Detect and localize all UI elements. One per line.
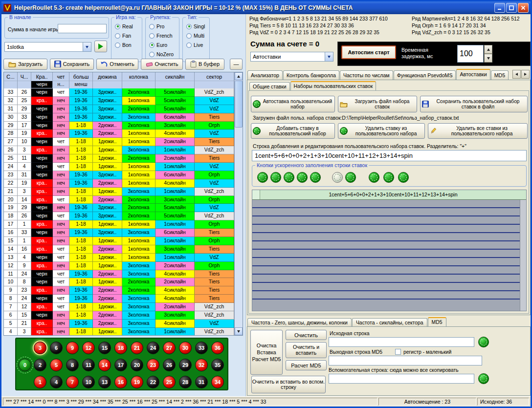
load-button[interactable]: Загрузить <box>3 59 47 70</box>
undo-button[interactable]: Отменить <box>96 59 138 70</box>
chip-button-2[interactable] <box>270 172 281 183</box>
roulette-option-euro[interactable]: Euro <box>149 42 179 48</box>
autobets-tab[interactable]: Автоставки <box>456 69 490 80</box>
chip-button-r1[interactable] <box>369 172 379 183</box>
close-button[interactable] <box>518 3 529 13</box>
board-number-12[interactable]: 12 <box>82 342 95 354</box>
chip-button-1[interactable] <box>257 172 268 183</box>
bet-string-input[interactable] <box>252 150 527 161</box>
list-row[interactable] <box>252 283 526 291</box>
board-number-29[interactable]: 29 <box>179 359 192 371</box>
column-header-0[interactable]: С... <box>4 72 18 88</box>
list-row[interactable] <box>252 241 526 250</box>
table-row[interactable]: 2331черннеч19-363дюжи..1колонка6сиклайнO… <box>4 171 243 179</box>
start-sum-input[interactable] <box>58 24 107 33</box>
board-number-15[interactable]: 15 <box>98 342 111 354</box>
column-header-7[interactable]: сиклайн <box>155 72 195 88</box>
board-number-8[interactable]: 8 <box>66 359 79 371</box>
output-string-input[interactable] <box>329 356 482 365</box>
board-number-14[interactable]: 14 <box>98 359 111 371</box>
to-buffer-button[interactable]: В буфер <box>185 59 224 70</box>
table-row[interactable]: 2511черннеч1-181дюжи..2колонка2сиклайнTi… <box>4 154 243 163</box>
table-row[interactable]: 213кра..неч1-181дюжи..3колонка1сиклайнVd… <box>4 188 243 196</box>
board-number-0[interactable]: 0 <box>19 359 31 371</box>
board-number-17[interactable]: 17 <box>114 359 127 371</box>
helper-string-input[interactable] <box>329 374 474 384</box>
table-row[interactable]: 3033черннеч19-363дюжи..3колонка6сиклайнT… <box>4 113 243 122</box>
table-row[interactable]: 615черннеч1-182дюжи..3колонка3сиклайнVdZ… <box>4 311 243 320</box>
list-row[interactable] <box>252 225 526 233</box>
board-number-18[interactable]: 18 <box>114 342 127 354</box>
type-option-multi[interactable]: Multi <box>186 32 209 39</box>
table-row[interactable]: 712кра..чет1-181дюжи..3колонка2сиклайнVd… <box>4 303 243 311</box>
chip-button-r2[interactable] <box>383 172 394 183</box>
scroll-down-icon[interactable] <box>235 327 243 335</box>
column-header-2[interactable]: Кра..черн <box>31 72 53 88</box>
column-header-6[interactable]: колонка <box>122 72 155 88</box>
user-bet-sets-subtab[interactable]: Наборы пользовательских ставок <box>290 81 377 90</box>
clear-and-paste-button[interactable]: Очистить и вставить <box>286 342 327 358</box>
board-number-20[interactable]: 20 <box>131 359 143 371</box>
add-bet-button[interactable]: Добавить ставку в пользовательский набор <box>251 123 335 139</box>
board-number-5[interactable]: 5 <box>50 359 63 371</box>
board-number-34[interactable]: 34 <box>211 376 224 388</box>
roulette-option-french[interactable]: French <box>149 32 179 39</box>
lowercase-checkbox[interactable] <box>395 349 401 355</box>
table-row[interactable]: 43кра..неч1-181дюжи..3колонка1сиклайнVdZ… <box>4 328 243 336</box>
table-row[interactable]: 3326чернчет19-363дюжи..2колонка5сиклайнV… <box>4 88 243 97</box>
table-row[interactable]: 3225кра..неч19-363дюжи..1колонка5сиклайн… <box>4 97 243 105</box>
roulette-option-pro[interactable]: Pro <box>149 23 179 30</box>
table-row[interactable]: 108чернчет1-181дюжи..2колонка2сиклайнTie… <box>4 278 243 286</box>
spinner-up-icon[interactable] <box>484 45 492 54</box>
paste-helper-button[interactable] <box>478 373 489 384</box>
tab-scroll-left-button[interactable] <box>512 70 521 79</box>
roulette-option-nozero[interactable]: NoZero <box>149 51 179 58</box>
list-row[interactable] <box>252 275 526 283</box>
type-option-live[interactable]: Live <box>186 42 209 48</box>
psevdoms-tab[interactable]: Функционал PsevdoMS <box>394 70 456 80</box>
table-row[interactable]: 2917черннеч1-182дюжи..2колонка3сиклайнOr… <box>4 122 243 130</box>
chip-button-r3[interactable] <box>398 172 409 183</box>
board-number-28[interactable]: 28 <box>179 376 192 388</box>
maximize-button[interactable] <box>506 3 517 13</box>
table-row[interactable]: 244чернчет1-181дюжи..1колонка1сиклайнVdZ <box>4 163 243 171</box>
number-frequencies-tab[interactable]: Частоты по числам <box>340 70 393 80</box>
spinner-down-icon[interactable] <box>484 54 492 63</box>
table-row[interactable]: 2219кра..неч19-362дюжи..1колонка4сиклайн… <box>4 179 243 188</box>
chevron-down-icon[interactable] <box>325 52 333 61</box>
save-set-file-button[interactable]: Сохранить пользовательский набор ставок … <box>420 96 528 112</box>
board-number-35[interactable]: 35 <box>211 359 224 371</box>
load-set-file-button[interactable]: Загрузить файл набора ставок <box>338 96 417 112</box>
clear-button[interactable]: Очистить <box>141 59 183 70</box>
board-number-4[interactable]: 4 <box>50 376 63 388</box>
chip-button-3[interactable] <box>284 172 294 183</box>
minimize-button[interactable] <box>494 3 505 13</box>
board-number-11[interactable]: 11 <box>82 359 95 371</box>
column-header-4[interactable]: большменш <box>69 72 93 88</box>
table-row[interactable]: 1416кра..чет1-182дюжи..1колонка3сиклайнT… <box>4 245 243 254</box>
column-header-1[interactable]: Ч... <box>18 72 31 88</box>
board-number-24[interactable]: 24 <box>147 342 159 354</box>
clear-paste-calc-button[interactable]: Очистка Вставка Расчет MD5 <box>250 330 283 375</box>
delay-spinner[interactable] <box>484 45 492 63</box>
table-scrollbar[interactable] <box>234 72 243 335</box>
slot-select[interactable]: 1slotka <box>4 42 91 52</box>
table-row[interactable]: 1929черннеч19-363дюжи..2колонка5сиклайнV… <box>4 204 243 212</box>
list-row[interactable] <box>252 216 526 225</box>
clear-paste-helper-button[interactable]: Очистить и вставить во вспом. строку <box>251 376 326 393</box>
table-row[interactable]: 263кра..неч1-181дюжи..3колонка1сиклайнVd… <box>4 146 243 154</box>
table-row[interactable]: 1124чернчет19-362дюжи..3колонка4сиклайнT… <box>4 270 243 279</box>
table-row[interactable]: 129кра..неч1-181дюжи..3колонка2сиклайнOr… <box>4 262 243 270</box>
autobet-user-set-button[interactable]: Автоставка пользовательский набор <box>251 96 335 112</box>
game-option-fan[interactable]: Fan <box>115 32 142 39</box>
board-number-36[interactable]: 36 <box>211 342 224 354</box>
freq-zero-chances-tab[interactable]: Частота - Zero, шансы, дюжины, колонки <box>247 318 352 326</box>
board-number-10[interactable]: 10 <box>82 376 95 388</box>
play-button[interactable] <box>94 41 107 52</box>
table-row[interactable]: 2014кра..чет1-182дюжи..2колонка3сиклайнO… <box>4 196 243 204</box>
board-number-25[interactable]: 25 <box>163 376 176 388</box>
list-row[interactable] <box>252 200 526 208</box>
chip-button-4[interactable] <box>297 172 308 183</box>
bankroll-control-tab[interactable]: Контроль банкролла <box>283 70 339 80</box>
board-number-6[interactable]: 6 <box>50 342 63 354</box>
